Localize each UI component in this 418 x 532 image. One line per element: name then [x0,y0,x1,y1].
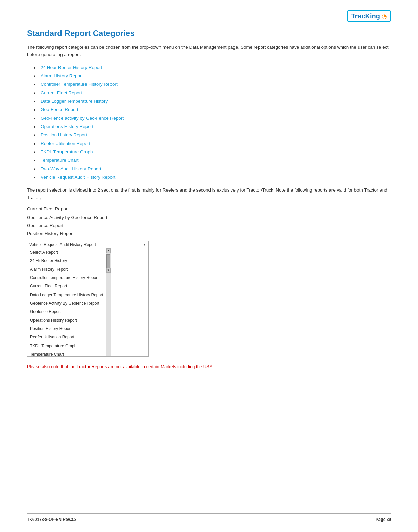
dropdown-item[interactable]: Position History Report [27,325,106,333]
page-title: Standard Report Categories [27,29,391,38]
list-item-link[interactable]: Two-Way Audit History Report [41,166,101,171]
valid-report-1: Current Fleet Report [27,206,69,211]
list-item-link[interactable]: Reefer Utilisation Report [41,141,90,146]
dropdown-item[interactable]: Operations History Report [27,316,106,325]
dropdown-item[interactable]: Temperature Chart [27,350,106,356]
logo-icon: ◔ [382,12,387,20]
list-item-link[interactable]: Position History Report [41,132,87,137]
list-item: Reefer Utilisation Report [34,141,391,146]
valid-report-4: Position History Report [27,231,74,236]
valid-report-3: Geo-fence Report [27,223,63,228]
list-item-link[interactable]: Geo-Fence activity by Geo-Fence Report [41,116,124,121]
bullet-list: 24 Hour Reefer History Report Alarm Hist… [34,65,391,180]
list-item: Geo-Fence Report [34,107,391,112]
list-item: Vehicle Request Audit History Report [34,175,391,180]
list-item-link[interactable]: Data Logger Temperature History [41,99,108,104]
valid-report-2: Geo-fence Activity by Geo-fence Report [27,215,107,220]
dropdown-item[interactable]: Geofence Activity By Geofence Report [27,299,106,308]
dropdown-item[interactable]: Geofence Report [27,308,106,316]
list-item: Controller Temperature History Report [34,82,391,87]
list-item: Geo-Fence activity by Geo-Fence Report [34,116,391,121]
list-item-link[interactable]: 24 Hour Reefer History Report [41,65,102,70]
list-item: Operations History Report [34,124,391,129]
footer-left: TK60178-8-OP-EN Rev.3.3 [27,517,77,522]
list-item: Position History Report [34,132,391,137]
list-item-link[interactable]: Vehicle Request Audit History Report [41,175,115,180]
list-item: Alarm History Report [34,73,391,78]
logo-text: TracKing [351,12,380,20]
dropdown-scrollbar-area: Select A Report24 Hr Reefer HistoryAlarm… [27,248,148,356]
list-item-link[interactable]: TKDL Temperature Graph [41,149,93,154]
dropdown-item[interactable]: Alarm History Report [27,265,106,274]
list-item-link[interactable]: Current Fleet Report [41,90,82,95]
dropdown-scroll-down[interactable]: ▼ [106,268,111,273]
dropdown-arrow-icon: ▼ [143,243,146,246]
list-item: Temperature Chart [34,158,391,163]
dropdown-list[interactable]: Select A Report24 Hr Reefer HistoryAlarm… [27,248,106,356]
dropdown-item[interactable]: TKDL Temperature Graph [27,342,106,350]
dropdown-scroll-thumb[interactable] [106,254,110,268]
list-item: Data Logger Temperature History [34,99,391,104]
list-item-link[interactable]: Alarm History Report [41,73,83,78]
dropdown-item[interactable]: Data Logger Temperature History Report [27,291,106,299]
dropdown-header[interactable]: Vehicle Request Audit History Report ▼ [27,241,148,248]
report-dropdown[interactable]: Vehicle Request Audit History Report ▼ S… [27,241,149,357]
logo-box: TracKing ◔ [347,10,391,22]
dropdown-item[interactable]: Select A Report [27,248,106,257]
note-text: Please also note that the Tractor Report… [27,363,391,370]
list-item: 24 Hour Reefer History Report [34,65,391,70]
list-item-link[interactable]: Temperature Chart [41,158,79,163]
list-item: TKDL Temperature Graph [34,149,391,154]
footer: TK60178-8-OP-EN Rev.3.3 Page 39 [27,513,391,522]
dropdown-item[interactable]: Reefer Utilisation Report [27,333,106,341]
list-item: Two-Way Audit History Report [34,166,391,171]
logo-king: King [365,12,380,20]
footer-right: Page 39 [376,517,391,522]
logo-area: TracKing ◔ [27,10,391,22]
dropdown-selected-text: Vehicle Request Audit History Report [29,242,96,247]
list-item-link[interactable]: Operations History Report [41,124,93,129]
dropdown-item[interactable]: Controller Temperature History Report [27,274,106,282]
valid-reports: Current Fleet Report Geo-fence Activity … [27,205,391,238]
dropdown-scroll-up[interactable]: ▲ [106,248,111,253]
intro-text: The following report categories can be c… [27,44,391,58]
dropdown-item[interactable]: Current Fleet Report [27,282,106,290]
dropdown-item[interactable]: 24 Hr Reefer History [27,257,106,265]
dropdown-scroll-track[interactable]: ▲ ▼ [106,248,111,356]
list-item-link[interactable]: Controller Temperature History Report [41,82,118,87]
list-item-link[interactable]: Geo-Fence Report [41,107,78,112]
section-text: The report selection is divided into 2 s… [27,186,391,201]
logo-trac: Trac [351,12,365,20]
list-item: Current Fleet Report [34,90,391,95]
